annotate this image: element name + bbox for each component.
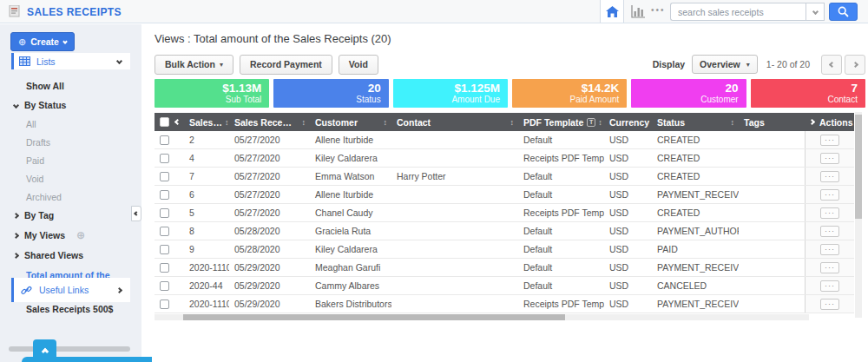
row-checkbox[interactable] bbox=[160, 135, 169, 145]
row-checkbox[interactable] bbox=[160, 245, 169, 254]
column-header-status[interactable]: Status ↕ bbox=[652, 113, 739, 131]
table-row: 9 05/28/2020 Kiley Caldarera Default USD… bbox=[155, 240, 854, 259]
sidebar-item-lists[interactable]: Lists bbox=[11, 53, 130, 69]
sidebar-item-paid[interactable]: Paid bbox=[0, 151, 141, 169]
filter-icon[interactable]: T bbox=[587, 118, 595, 127]
sidebar-collapse-handle[interactable] bbox=[131, 206, 141, 221]
sort-icon[interactable]: ↕ bbox=[598, 118, 602, 127]
chevron-left-icon[interactable] bbox=[174, 119, 181, 125]
table-row: 2020-11101 05/29/2020 Meaghan Garufi Def… bbox=[155, 259, 854, 277]
row-checkbox[interactable] bbox=[160, 263, 169, 273]
row-actions-button[interactable]: ··· bbox=[820, 207, 839, 219]
kpi-label: Contact bbox=[751, 95, 858, 104]
row-actions-button[interactable]: ··· bbox=[820, 244, 839, 255]
customer-cell: Allene Iturbide bbox=[310, 131, 391, 148]
search-input[interactable] bbox=[670, 3, 806, 21]
row-actions-button[interactable]: ··· bbox=[820, 189, 839, 201]
sidebar-item-shared-views[interactable]: Shared Views bbox=[0, 246, 141, 265]
horizontal-scrollbar[interactable] bbox=[155, 314, 809, 320]
sidebar-item-show-all[interactable]: Show All bbox=[0, 76, 141, 95]
sidebar-item-all[interactable]: All bbox=[0, 115, 141, 133]
column-header-customer[interactable]: Customer ↕ bbox=[310, 113, 391, 131]
currency-cell: USD bbox=[604, 149, 652, 167]
horizontal-scrollbar-thumb[interactable] bbox=[183, 314, 565, 320]
caret-down-icon: ▾ bbox=[220, 61, 223, 69]
column-header-currency[interactable]: Currency T ↕ bbox=[604, 113, 652, 131]
dashboard-button[interactable] bbox=[631, 4, 646, 22]
select-all-checkbox[interactable] bbox=[160, 117, 169, 127]
row-checkbox[interactable] bbox=[160, 227, 169, 236]
row-checkbox[interactable] bbox=[160, 299, 169, 309]
sales-receipt-date-cell: 05/28/2020 bbox=[229, 240, 310, 258]
sidebar-item-my-views[interactable]: My Views⊕ bbox=[0, 225, 141, 246]
add-view-icon[interactable]: ⊕ bbox=[76, 229, 85, 241]
customer-cell: Cammy Albares bbox=[310, 277, 391, 294]
sidebar-item-void[interactable]: Void bbox=[0, 169, 141, 188]
chevron-right-icon bbox=[116, 286, 122, 293]
row-checkbox[interactable] bbox=[160, 172, 169, 181]
row-actions-button[interactable]: ··· bbox=[820, 171, 839, 182]
column-header-actions[interactable]: Actions bbox=[805, 113, 854, 131]
main-content: Views : Total amount of the Sales Receip… bbox=[152, 24, 868, 362]
sort-icon[interactable]: ↕ bbox=[225, 118, 229, 127]
sort-icon[interactable]: ↕ bbox=[302, 118, 306, 127]
sales-number-cell: 2 bbox=[184, 131, 229, 148]
tags-cell bbox=[739, 168, 805, 185]
column-header-pdf-template[interactable]: PDF Template T ↕ bbox=[518, 113, 604, 131]
chevron-left-icon bbox=[134, 211, 139, 216]
column-header-sales-number[interactable]: Sales… ↕ bbox=[184, 113, 229, 131]
row-checkbox[interactable] bbox=[160, 154, 169, 163]
sidebar-item-by-status[interactable]: By Status bbox=[0, 95, 141, 115]
currency-cell: USD bbox=[604, 204, 652, 221]
vertical-scrollbar[interactable] bbox=[855, 112, 862, 318]
tags-cell bbox=[739, 259, 805, 276]
row-checkbox[interactable] bbox=[160, 190, 169, 200]
row-actions-button[interactable]: ··· bbox=[820, 299, 839, 310]
sidebar-item-sales-receipts-500[interactable]: Sales Receipts 500$ bbox=[0, 299, 141, 319]
status-cell: CREATED bbox=[652, 149, 739, 167]
create-button[interactable]: ⊕ Create bbox=[10, 32, 75, 51]
sidebar-horizontal-scrollbar[interactable] bbox=[9, 346, 130, 352]
search-button[interactable] bbox=[829, 3, 858, 21]
sales-receipt-date-cell: 05/29/2020 bbox=[229, 259, 310, 276]
previous-page-button[interactable] bbox=[821, 55, 842, 75]
sales-number-cell: 6 bbox=[184, 186, 229, 203]
sort-icon[interactable]: ↕ bbox=[731, 118, 735, 127]
chevron-right-icon bbox=[13, 212, 19, 218]
vertical-scrollbar-thumb[interactable] bbox=[855, 115, 862, 219]
row-actions-button[interactable]: ··· bbox=[820, 135, 839, 146]
sales-receipt-date-cell: 05/27/2020 bbox=[229, 204, 310, 221]
row-checkbox[interactable] bbox=[160, 208, 169, 218]
record-payment-button[interactable]: Record Payment bbox=[240, 55, 332, 75]
tags-cell bbox=[739, 222, 805, 240]
sort-icon[interactable]: ↕ bbox=[510, 118, 515, 127]
contact-cell bbox=[391, 149, 518, 167]
row-actions-button[interactable]: ··· bbox=[820, 153, 839, 164]
column-header-tags[interactable]: Tags bbox=[739, 113, 805, 131]
row-actions-button[interactable]: ··· bbox=[820, 280, 839, 292]
sort-icon[interactable]: ↕ bbox=[384, 118, 388, 127]
column-header-contact[interactable]: Contact ↕ bbox=[391, 113, 518, 131]
display-mode-select[interactable]: Overview ▾ bbox=[692, 55, 758, 74]
bulk-action-button[interactable]: Bulk Action ▾ bbox=[155, 55, 233, 75]
lists-label: Lists bbox=[36, 56, 56, 67]
row-actions-button[interactable]: ··· bbox=[820, 262, 839, 273]
search-icon bbox=[838, 6, 849, 17]
sidebar-item-drafts[interactable]: Drafts bbox=[0, 133, 141, 151]
search-scope-dropdown[interactable] bbox=[806, 3, 825, 21]
sidebar-item-by-tag[interactable]: By Tag bbox=[0, 206, 141, 225]
sidebar-item-useful-links[interactable]: Useful Links bbox=[11, 278, 130, 302]
currency-cell: USD bbox=[604, 222, 652, 240]
kpi-value: 7 bbox=[751, 82, 858, 95]
kpi-summary-row: $1.13M Sub Total 20 Status $1.125M Amoun… bbox=[155, 79, 865, 108]
next-page-button[interactable] bbox=[845, 55, 865, 75]
row-checkbox[interactable] bbox=[160, 281, 169, 291]
column-header-sales-receipt-date[interactable]: Sales Rece… ↕ bbox=[229, 113, 310, 131]
currency-cell: USD bbox=[604, 240, 652, 258]
sidebar-item-archived[interactable]: Archived bbox=[0, 188, 141, 206]
kpi-label: Status bbox=[273, 95, 380, 104]
row-actions-button[interactable]: ··· bbox=[820, 226, 839, 237]
more-menu-icon[interactable]: ••• bbox=[651, 5, 666, 15]
void-button[interactable]: Void bbox=[339, 55, 378, 75]
home-button[interactable] bbox=[600, 0, 624, 23]
